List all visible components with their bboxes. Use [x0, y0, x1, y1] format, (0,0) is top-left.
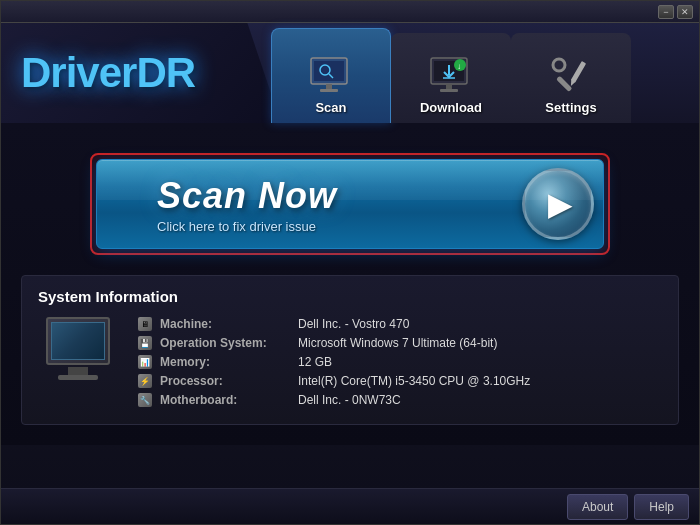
logo-area: DriverDR	[1, 23, 281, 123]
title-bar: − ✕	[1, 1, 699, 23]
about-button[interactable]: About	[567, 494, 628, 520]
motherboard-label: Motherboard:	[160, 393, 290, 407]
help-label: Help	[649, 500, 674, 514]
svg-rect-12	[446, 84, 452, 89]
svg-text:↓: ↓	[457, 62, 461, 71]
scan-arrow-area: ▶	[513, 159, 603, 249]
settings-tab-label: Settings	[545, 100, 596, 115]
sys-info-content: 🖥 Machine: Dell Inc. - Vostro 470 💾 Oper…	[38, 317, 662, 412]
help-button[interactable]: Help	[634, 494, 689, 520]
app-window: − ✕ DriverDR	[0, 0, 700, 525]
comp-screen	[51, 322, 105, 360]
comp-monitor-icon	[46, 317, 110, 365]
machine-label: Machine:	[160, 317, 290, 331]
machine-value: Dell Inc. - Vostro 470	[298, 317, 409, 331]
tab-settings[interactable]: Settings	[511, 33, 631, 123]
motherboard-icon: 🔧	[138, 393, 152, 407]
scan-tab-label: Scan	[315, 100, 346, 115]
settings-tab-icon	[547, 56, 595, 96]
bottom-bar: About Help	[1, 488, 699, 524]
comp-base	[58, 375, 98, 380]
info-table: 🖥 Machine: Dell Inc. - Vostro 470 💾 Oper…	[138, 317, 662, 412]
close-button[interactable]: ✕	[677, 5, 693, 19]
processor-icon: ⚡	[138, 374, 152, 388]
svg-rect-1	[314, 61, 344, 81]
table-row: 🔧 Motherboard: Dell Inc. - 0NW73C	[138, 393, 662, 407]
tab-scan[interactable]: Scan	[271, 28, 391, 123]
svg-rect-4	[326, 84, 332, 89]
processor-label: Processor:	[160, 374, 290, 388]
about-label: About	[582, 500, 613, 514]
system-info-panel: System Information 🖥 Machine: Dell Inc.	[21, 275, 679, 425]
minimize-button[interactable]: −	[658, 5, 674, 19]
machine-icon: 🖥	[138, 317, 152, 331]
download-tab-icon: ↓	[427, 56, 475, 96]
os-label: Operation System:	[160, 336, 290, 350]
content-area: Scan Now Click here to fix driver issue …	[1, 123, 699, 445]
memory-icon: 📊	[138, 355, 152, 369]
table-row: 💾 Operation System: Microsoft Windows 7 …	[138, 336, 662, 350]
table-row: 🖥 Machine: Dell Inc. - Vostro 470	[138, 317, 662, 331]
os-icon: 💾	[138, 336, 152, 350]
scan-btn-container: Scan Now Click here to fix driver issue …	[90, 153, 610, 255]
memory-value: 12 GB	[298, 355, 332, 369]
motherboard-value: Dell Inc. - 0NW73C	[298, 393, 401, 407]
nav-tabs: Scan ↓	[271, 23, 631, 123]
memory-label: Memory:	[160, 355, 290, 369]
sys-info-title: System Information	[38, 288, 662, 305]
table-row: 📊 Memory: 12 GB	[138, 355, 662, 369]
svg-rect-14	[556, 76, 572, 92]
scan-btn-text: Scan Now Click here to fix driver issue	[97, 175, 513, 234]
header: DriverDR	[1, 23, 699, 123]
download-tab-label: Download	[420, 100, 482, 115]
svg-rect-13	[440, 89, 458, 92]
scan-arrow-circle: ▶	[522, 168, 594, 240]
table-row: ⚡ Processor: Intel(R) Core(TM) i5-3450 C…	[138, 374, 662, 388]
scan-subtitle-label: Click here to fix driver issue	[157, 219, 513, 234]
scan-arrow-icon: ▶	[548, 185, 573, 223]
scan-tab-icon	[307, 56, 355, 96]
svg-rect-5	[320, 89, 338, 92]
svg-point-15	[553, 59, 565, 71]
scan-now-button[interactable]: Scan Now Click here to fix driver issue …	[96, 159, 604, 249]
scan-now-label: Scan Now	[157, 175, 513, 217]
processor-value: Intel(R) Core(TM) i5-3450 CPU @ 3.10GHz	[298, 374, 530, 388]
comp-stand	[68, 367, 88, 375]
tab-download[interactable]: ↓ Download	[391, 33, 511, 123]
svg-rect-16	[571, 61, 586, 83]
computer-image	[38, 317, 118, 387]
app-logo: DriverDR	[21, 49, 195, 97]
os-value: Microsoft Windows 7 Ultimate (64-bit)	[298, 336, 497, 350]
